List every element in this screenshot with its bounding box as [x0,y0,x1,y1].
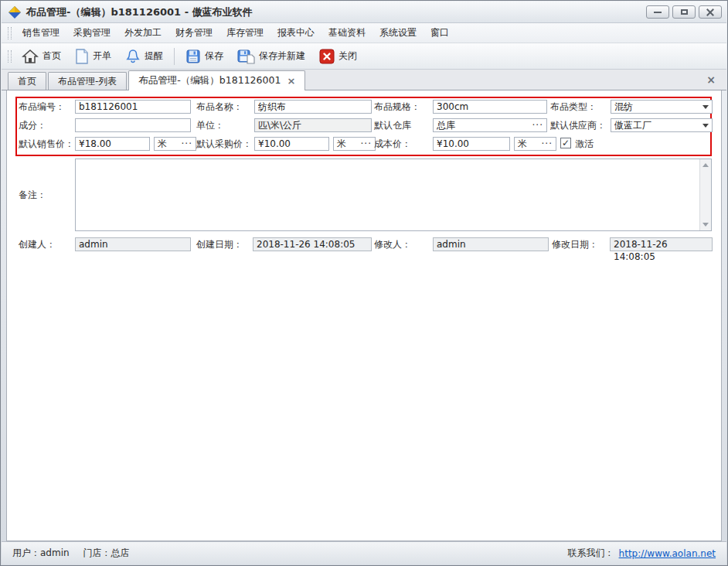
sale-price-input[interactable] [75,137,150,151]
creator-field: admin [75,237,191,251]
tab-product-edit-label: 布品管理-（编辑）b181126001 [138,74,281,87]
cost-price-label: 成本价： [374,137,411,151]
modify-date-label: 修改日期： [552,237,598,251]
cost-price-unit-picker[interactable]: 米 ··· [514,137,556,151]
purchase-price-input[interactable] [254,137,329,151]
unit-label: 单位： [196,118,224,132]
menu-outsourcing[interactable]: 外发加工 [118,23,168,43]
app-logo-icon [8,5,22,19]
remark-field-frame [75,159,712,231]
purchase-price-label: 默认采购价： [196,137,252,151]
create-date-label: 创建日期： [196,237,243,251]
tab-product-list-label: 布品管理-列表 [58,75,117,88]
purchase-price-unit-value: 米 [337,138,346,150]
menu-finance[interactable]: 财务管理 [169,23,219,43]
default-warehouse-label: 默认仓库 [374,118,411,132]
composition-label: 成分： [19,118,46,132]
close-tab-button[interactable]: 关闭 [312,46,364,67]
menu-basic-data[interactable]: 基础资料 [322,23,372,43]
new-order-button[interactable]: 开单 [68,46,118,67]
title-bar: 布品管理-（编辑）b181126001 - 傲蓝布业软件 [2,2,726,23]
modifier-label: 修改人： [374,237,411,251]
website-link[interactable]: http://www.aolan.net [619,548,716,559]
close-button[interactable] [699,5,722,19]
default-warehouse-picker[interactable]: 总库 ··· [433,118,547,132]
product-type-select[interactable]: 混纺 [611,100,713,114]
home-button-label: 首页 [43,49,61,63]
remind-button[interactable]: 提醒 [118,46,170,67]
tab-home[interactable]: 首页 [8,72,46,90]
bell-icon [125,49,141,64]
product-type-value: 混纺 [614,101,699,113]
product-name-label: 布品名称： [196,100,243,114]
modify-date-field: 2018-11-26 14:08:05 [610,237,713,251]
status-bar: 用户：admin 门店：总店 联系我们： http://www.aolan.ne… [2,541,726,564]
save-and-new-button[interactable]: 保存并新建 [230,46,312,67]
product-name-input[interactable] [254,100,372,114]
menu-bar: 销售管理 采购管理 外发加工 财务管理 库存管理 报表中心 基础资料 系统设置 … [2,23,726,43]
default-supplier-select[interactable]: 傲蓝工厂 [611,118,713,132]
purchase-price-unit-picker[interactable]: 米 ··· [333,137,376,151]
sale-price-unit-value: 米 [158,138,167,150]
menu-grip-handle[interactable] [8,27,12,39]
tabstrip-close-icon[interactable]: × [706,73,716,86]
cost-unit-lookup-icon[interactable]: ··· [539,138,553,150]
modifier-field: admin [433,237,549,251]
save-icon [185,49,201,64]
maximize-icon [681,9,688,15]
save-button-label: 保存 [205,49,223,63]
tab-close-icon[interactable]: × [287,76,295,86]
tab-home-label: 首页 [18,75,36,88]
product-type-label: 布品类型： [550,100,597,114]
remark-scrollbar[interactable] [699,159,711,230]
home-icon [22,49,39,64]
remind-button-label: 提醒 [145,49,163,63]
toolbar: 首页 开单 提醒 保存 [2,43,726,70]
save-new-icon [237,49,255,64]
remark-label: 备注： [19,188,46,202]
form-panel: 布品编号： 布品名称： 布品规格： 布品类型： 混纺 成分： 单位： 匹\米\公… [6,90,722,541]
chevron-down-icon [702,124,709,128]
unit-field[interactable]: 匹\米\公斤 [254,118,372,132]
active-checkbox-label: 激活 [575,137,594,151]
sale-unit-lookup-icon[interactable]: ··· [179,138,192,150]
product-spec-label: 布品规格： [374,100,420,114]
statusbar-store: 门店：总店 [83,547,130,560]
creator-label: 创建人： [19,237,56,251]
scroll-up-icon[interactable] [702,163,709,167]
home-button[interactable]: 首页 [15,46,68,67]
minimize-button[interactable] [646,5,669,19]
scroll-down-icon[interactable] [702,223,709,227]
menu-inventory[interactable]: 库存管理 [220,23,270,43]
new-order-button-label: 开单 [93,49,111,63]
menu-sales[interactable]: 销售管理 [16,23,66,43]
menu-reports[interactable]: 报表中心 [271,23,321,43]
app-window: 布品管理-（编辑）b181126001 - 傲蓝布业软件 销售管理 采购管理 外… [0,0,728,566]
sale-price-label: 默认销售价： [19,137,74,151]
composition-input[interactable] [75,118,191,132]
sale-price-unit-picker[interactable]: 米 ··· [154,137,196,151]
active-checkbox[interactable]: ✓ [560,138,571,148]
menu-settings[interactable]: 系统设置 [373,23,423,43]
save-button[interactable]: 保存 [179,46,230,67]
save-and-new-button-label: 保存并新建 [259,49,305,63]
window-title: 布品管理-（编辑）b181126001 - 傲蓝布业软件 [26,5,253,19]
toolbar-separator [174,48,175,65]
tab-product-list[interactable]: 布品管理-列表 [48,72,127,90]
maximize-button[interactable] [672,5,696,19]
product-spec-input[interactable] [433,100,547,114]
product-code-label: 布品编号： [19,100,65,114]
menu-purchase[interactable]: 采购管理 [67,23,117,43]
tab-product-edit[interactable]: 布品管理-（编辑）b181126001 × [128,70,305,90]
remark-textarea[interactable] [76,159,700,230]
toolbar-grip-handle[interactable] [8,50,12,63]
close-red-icon [319,49,335,64]
default-supplier-label: 默认供应商： [550,118,606,132]
cost-price-input[interactable] [433,137,510,151]
purchase-unit-lookup-icon[interactable]: ··· [358,138,372,150]
warehouse-lookup-icon[interactable]: ··· [529,119,543,131]
menu-window[interactable]: 窗口 [424,23,455,43]
chevron-down-icon [702,105,709,109]
default-warehouse-value: 总库 [437,119,529,131]
product-code-input[interactable] [75,100,191,114]
